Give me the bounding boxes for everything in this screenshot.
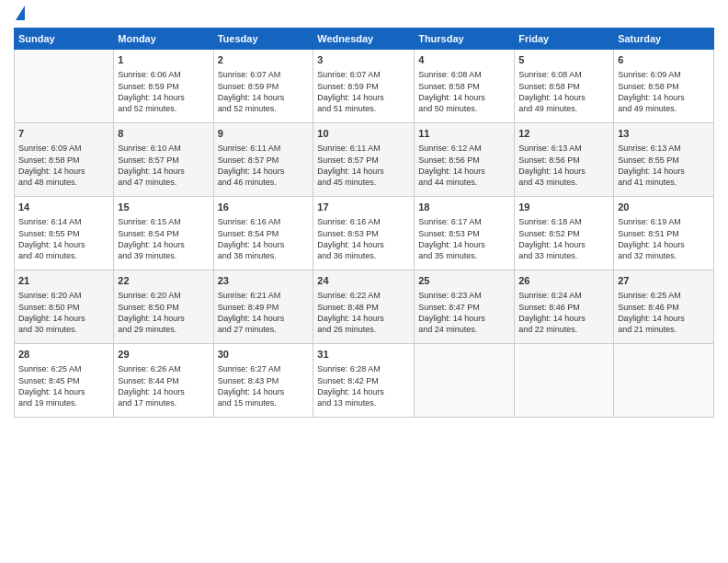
day-header-monday: Monday: [114, 29, 213, 50]
day-info-line: Sunset: 8:43 PM: [218, 375, 310, 386]
day-info-line: Daylight: 14 hours: [118, 239, 209, 250]
calendar-week-row: 14Sunrise: 6:14 AM Sunset: 8:55 PM Dayli…: [15, 197, 714, 270]
day-info-line: Sunrise: 6:08 AM: [418, 69, 510, 80]
calendar-week-row: 21Sunrise: 6:20 AM Sunset: 8:50 PM Dayli…: [15, 270, 714, 344]
day-number: 28: [18, 348, 109, 362]
calendar-cell: 31Sunrise: 6:28 AM Sunset: 8:42 PM Dayli…: [313, 344, 415, 418]
day-number: 16: [218, 201, 310, 214]
day-info-line: Sunrise: 6:27 AM: [218, 363, 310, 374]
day-info-line: Sunrise: 6:19 AM: [618, 216, 710, 227]
day-info-line: Sunrise: 6:26 AM: [118, 363, 209, 374]
day-info-line: Sunset: 8:59 PM: [317, 81, 410, 92]
day-info-line: Daylight: 14 hours: [317, 166, 410, 177]
calendar-cell: 10Sunrise: 6:11 AM Sunset: 8:57 PM Dayli…: [313, 123, 415, 197]
calendar-cell: [515, 344, 614, 418]
calendar-cell: 5Sunrise: 6:08 AM Sunset: 8:58 PM Daylig…: [515, 50, 614, 123]
day-number: 22: [118, 274, 209, 288]
day-info-line: and 45 minutes.: [317, 177, 410, 188]
day-info-line: and 29 minutes.: [118, 324, 209, 335]
day-info-line: and 24 minutes.: [418, 324, 510, 335]
day-number: 18: [418, 201, 510, 214]
day-info-line: Sunset: 8:58 PM: [518, 81, 609, 92]
day-info-line: and 33 minutes.: [518, 250, 609, 261]
day-info-line: and 43 minutes.: [518, 177, 609, 188]
day-info-line: and 21 minutes.: [618, 324, 710, 335]
day-info-line: Daylight: 14 hours: [317, 239, 410, 250]
day-number: 17: [317, 201, 410, 214]
day-info-line: and 13 minutes.: [317, 397, 410, 408]
day-info-line: Sunrise: 6:22 AM: [317, 290, 410, 301]
day-info-line: Sunrise: 6:23 AM: [418, 290, 510, 301]
day-info-line: Sunset: 8:54 PM: [218, 228, 310, 239]
day-number: 21: [18, 274, 109, 288]
day-info-line: and 48 minutes.: [18, 177, 109, 188]
day-number: 9: [218, 127, 310, 141]
day-number: 8: [118, 127, 209, 141]
day-header-saturday: Saturday: [614, 29, 714, 50]
day-header-tuesday: Tuesday: [213, 29, 313, 50]
day-info-line: Sunset: 8:46 PM: [518, 302, 609, 313]
day-info-line: Daylight: 14 hours: [618, 92, 710, 103]
day-info-line: Daylight: 14 hours: [618, 313, 710, 324]
day-number: 3: [317, 53, 410, 67]
day-info-line: Sunrise: 6:13 AM: [518, 143, 609, 154]
day-number: 19: [518, 201, 609, 214]
calendar-week-row: 28Sunrise: 6:25 AM Sunset: 8:45 PM Dayli…: [15, 344, 714, 418]
day-info-line: Daylight: 14 hours: [518, 166, 609, 177]
day-info-line: Sunset: 8:49 PM: [218, 302, 310, 313]
day-header-friday: Friday: [515, 29, 614, 50]
calendar-cell: 2Sunrise: 6:07 AM Sunset: 8:59 PM Daylig…: [213, 50, 313, 123]
day-info-line: Sunset: 8:58 PM: [618, 81, 710, 92]
day-info-line: and 51 minutes.: [317, 103, 410, 114]
day-number: 29: [118, 348, 209, 362]
day-number: 23: [218, 274, 310, 288]
calendar-cell: 28Sunrise: 6:25 AM Sunset: 8:45 PM Dayli…: [15, 344, 114, 418]
day-info-line: Daylight: 14 hours: [518, 239, 609, 250]
calendar-cell: 17Sunrise: 6:16 AM Sunset: 8:53 PM Dayli…: [313, 197, 415, 270]
day-info-line: Sunrise: 6:17 AM: [418, 216, 510, 227]
day-info-line: Daylight: 14 hours: [118, 313, 209, 324]
day-header-sunday: Sunday: [15, 29, 114, 50]
calendar-cell: 23Sunrise: 6:21 AM Sunset: 8:49 PM Dayli…: [213, 270, 313, 344]
day-info-line: Sunrise: 6:28 AM: [317, 363, 410, 374]
day-info-line: and 15 minutes.: [218, 397, 310, 408]
day-info-line: Sunset: 8:50 PM: [118, 302, 209, 313]
day-number: 6: [618, 53, 710, 67]
day-info-line: Sunset: 8:52 PM: [518, 228, 609, 239]
days-header-row: SundayMondayTuesdayWednesdayThursdayFrid…: [15, 29, 714, 50]
page: SundayMondayTuesdayWednesdayThursdayFrid…: [0, 0, 728, 563]
day-info-line: Sunset: 8:50 PM: [18, 302, 109, 313]
calendar-cell: 25Sunrise: 6:23 AM Sunset: 8:47 PM Dayli…: [415, 270, 515, 344]
day-info-line: Daylight: 14 hours: [18, 386, 109, 397]
day-info-line: Sunset: 8:42 PM: [317, 375, 410, 386]
calendar-week-row: 7Sunrise: 6:09 AM Sunset: 8:58 PM Daylig…: [15, 123, 714, 197]
day-number: 24: [317, 274, 410, 288]
day-info-line: Sunset: 8:59 PM: [118, 81, 209, 92]
day-info-line: Sunrise: 6:11 AM: [218, 143, 310, 154]
calendar-cell: 8Sunrise: 6:10 AM Sunset: 8:57 PM Daylig…: [114, 123, 213, 197]
day-header-thursday: Thursday: [415, 29, 515, 50]
day-info-line: and 49 minutes.: [518, 103, 609, 114]
day-info-line: and 32 minutes.: [618, 250, 710, 261]
day-info-line: Sunset: 8:54 PM: [118, 228, 209, 239]
day-info-line: and 22 minutes.: [518, 324, 609, 335]
day-info-line: Daylight: 14 hours: [218, 166, 310, 177]
calendar-cell: [15, 50, 114, 123]
day-info-line: Sunrise: 6:25 AM: [618, 290, 710, 301]
day-info-line: Daylight: 14 hours: [418, 92, 510, 103]
day-info-line: Daylight: 14 hours: [418, 166, 510, 177]
day-info-line: Daylight: 14 hours: [218, 313, 310, 324]
day-info-line: and 26 minutes.: [317, 324, 410, 335]
day-info-line: Daylight: 14 hours: [218, 92, 310, 103]
day-header-wednesday: Wednesday: [313, 29, 415, 50]
day-info-line: Sunrise: 6:07 AM: [218, 69, 310, 80]
day-info-line: Sunrise: 6:16 AM: [218, 216, 310, 227]
day-info-line: Sunset: 8:57 PM: [118, 155, 209, 166]
day-info-line: Sunset: 8:55 PM: [18, 228, 109, 239]
day-number: 11: [418, 127, 510, 141]
header: [14, 9, 714, 20]
day-info-line: Sunset: 8:56 PM: [518, 155, 609, 166]
day-info-line: Daylight: 14 hours: [518, 313, 609, 324]
day-info-line: Sunrise: 6:06 AM: [118, 69, 209, 80]
day-info-line: and 46 minutes.: [218, 177, 310, 188]
